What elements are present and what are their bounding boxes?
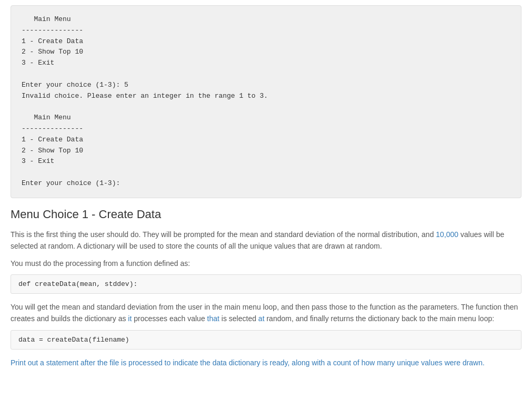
paragraph-3: You will get the mean and standard devia… (11, 301, 521, 325)
code1-text: def createData(mean, stddev): (18, 280, 137, 288)
paragraph3-highlight3: at (258, 314, 265, 323)
paragraph1-text-part1: This is the first thing the user should … (11, 230, 436, 239)
paragraph3-highlight2: that (207, 314, 219, 323)
paragraph-1: This is the first thing the user should … (11, 229, 521, 252)
paragraph3-part2: processes each value (132, 314, 207, 323)
code-block-2: data = createData(filename) (11, 330, 521, 350)
paragraph3-part3: is selected (219, 314, 258, 323)
paragraph-2: You must do the processing from a functi… (11, 258, 521, 269)
terminal-output: Main Menu --------------- 1 - Create Dat… (11, 5, 521, 198)
code-block-1: def createData(mean, stddev): (11, 274, 521, 294)
paragraph-4: Print out a statement after the file is … (11, 357, 521, 368)
section-heading: Menu Choice 1 - Create Data (11, 208, 521, 221)
paragraph3-part4: random, and finally returns the dictiona… (265, 314, 495, 323)
code2-text: data = createData(filename) (18, 336, 129, 344)
paragraph1-highlight: 10,000 (436, 230, 458, 239)
